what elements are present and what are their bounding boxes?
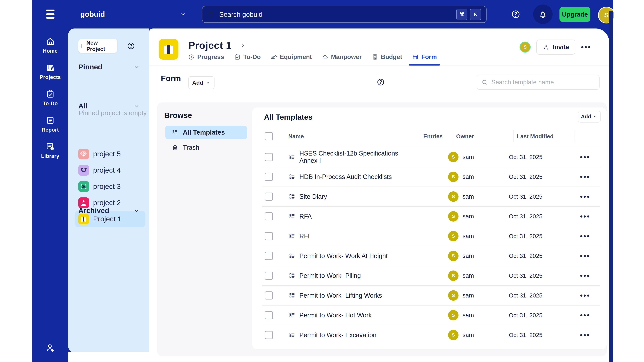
template-search-bar[interactable]: [477, 75, 600, 90]
sidebar-help-icon[interactable]: [126, 41, 135, 50]
row-checkbox[interactable]: [265, 232, 273, 240]
template-icon: [288, 232, 296, 240]
row-checkbox[interactable]: [265, 272, 273, 280]
row-checkbox[interactable]: [265, 311, 273, 319]
trash-icon: [172, 144, 178, 151]
row-menu-button[interactable]: •••: [580, 212, 590, 221]
sidebar-project-project-5[interactable]: project 5: [75, 146, 146, 162]
row-menu-button[interactable]: •••: [580, 331, 590, 339]
form-section-title: Form: [161, 74, 181, 83]
global-search-input[interactable]: [219, 10, 454, 18]
row-menu-button[interactable]: •••: [580, 252, 590, 260]
row-menu-button[interactable]: •••: [580, 272, 590, 280]
sidebar-project-project-3[interactable]: project 3: [75, 178, 146, 195]
template-name[interactable]: RFA: [299, 213, 312, 220]
template-name[interactable]: Permit to Work- Excavation: [299, 332, 376, 339]
browse-item-all-templates[interactable]: All Templates: [165, 126, 247, 139]
table-row[interactable]: RFI S sam Oct 31, 2025 •••: [262, 226, 600, 246]
panel-add-button[interactable]: Add: [578, 111, 600, 122]
tab-label: Budget: [381, 53, 402, 60]
sidebar-project-project-4[interactable]: project 4: [75, 162, 146, 178]
tab-equipment[interactable]: Equipment: [270, 53, 312, 65]
workspace-name[interactable]: gobuid: [80, 0, 105, 28]
template-name[interactable]: HDB In-Process Audit Checklists: [299, 173, 392, 180]
row-checkbox[interactable]: [265, 292, 273, 300]
template-icon: [288, 173, 296, 180]
column-header-name[interactable]: Name: [280, 130, 423, 142]
template-name[interactable]: Site Diary: [299, 193, 327, 200]
row-menu-button[interactable]: •••: [580, 232, 590, 240]
form-add-button[interactable]: Add: [188, 76, 214, 89]
all-templates-panel: All Templates Add Name Entries Owner Las…: [252, 107, 607, 349]
table-row[interactable]: Permit to Work- Piling S sam Oct 31, 202…: [262, 266, 600, 285]
pinned-section-header[interactable]: Pinned: [78, 63, 140, 71]
cmd-keycap: ⌘: [456, 9, 468, 20]
form-help-icon[interactable]: [376, 78, 385, 86]
chevron-right-icon[interactable]: [240, 42, 246, 48]
page-scrollbar[interactable]: [609, 11, 613, 362]
select-all-checkbox[interactable]: [265, 132, 273, 140]
row-checkbox[interactable]: [265, 331, 273, 339]
template-name[interactable]: Permit to Work- Lifting Works: [299, 292, 382, 299]
row-checkbox[interactable]: [265, 212, 273, 220]
tab-label: Progress: [197, 53, 224, 60]
tab-budget[interactable]: Budget: [372, 53, 402, 65]
rail-item-projects[interactable]: Projects: [32, 63, 68, 80]
row-checkbox[interactable]: [265, 193, 273, 201]
new-project-button[interactable]: New Project: [78, 39, 117, 53]
rail-item-library[interactable]: Library: [32, 142, 68, 159]
row-checkbox[interactable]: [265, 153, 273, 161]
row-menu-button[interactable]: •••: [580, 291, 590, 300]
row-menu-button[interactable]: •••: [580, 192, 590, 201]
tab-todo[interactable]: To-Do: [234, 53, 260, 65]
row-menu-button[interactable]: •••: [580, 173, 590, 181]
all-section-header[interactable]: All: [78, 102, 140, 110]
template-icon: [288, 193, 296, 200]
rail-item-report[interactable]: Report: [32, 115, 68, 133]
row-menu-button[interactable]: •••: [580, 311, 590, 320]
template-name[interactable]: Permit to Work- Piling: [299, 272, 361, 279]
tab-progress[interactable]: Progress: [188, 53, 224, 65]
workspace-chevron-down-icon[interactable]: [179, 0, 186, 28]
table-row[interactable]: Permit to Work- Excavation S sam Oct 31,…: [262, 325, 600, 345]
table-row[interactable]: RFA S sam Oct 31, 2025 •••: [262, 206, 600, 226]
chevron-down-icon: [133, 63, 140, 71]
hamburger-menu-icon[interactable]: [46, 9, 54, 18]
table-row[interactable]: Site Diary S sam Oct 31, 2025 •••: [262, 187, 600, 206]
invite-user-icon[interactable]: [32, 343, 68, 353]
row-checkbox[interactable]: [265, 173, 273, 181]
member-avatar[interactable]: S: [520, 41, 531, 53]
column-header-actions: [578, 130, 600, 142]
help-icon[interactable]: [511, 0, 521, 28]
upgrade-button[interactable]: Upgrade: [560, 7, 590, 22]
projects-icon: [46, 63, 55, 72]
notifications-bell-icon[interactable]: [533, 0, 552, 28]
template-name[interactable]: Permit to Work- Hot Work: [299, 312, 372, 319]
table-row[interactable]: Permit to Work- Lifting Works S sam Oct …: [262, 285, 600, 305]
search-icon: [208, 10, 215, 18]
table-row[interactable]: Permit to Work- Work At Height S sam Oct…: [262, 246, 600, 266]
table-row[interactable]: HDB In-Process Audit Checklists S sam Oc…: [262, 167, 600, 187]
template-name[interactable]: HSES Checklist-12b Specifications Annex …: [299, 150, 415, 164]
tab-form[interactable]: Form: [412, 53, 437, 65]
rail-item-todo[interactable]: To-Do: [32, 89, 68, 107]
archived-section-header[interactable]: Archived: [78, 206, 140, 215]
template-name[interactable]: Permit to Work- Work At Height: [299, 252, 388, 260]
template-icon: [172, 129, 178, 136]
invite-button[interactable]: Invite: [536, 39, 576, 55]
row-menu-button[interactable]: •••: [580, 153, 590, 161]
column-header-owner[interactable]: Owner: [456, 130, 517, 142]
header-more-menu-button[interactable]: •••: [581, 43, 591, 51]
global-search-bar[interactable]: ⌘ K: [202, 6, 486, 23]
template-search-input[interactable]: [491, 79, 595, 86]
tab-manpower[interactable]: Manpower: [322, 53, 362, 65]
row-checkbox[interactable]: [265, 252, 273, 260]
app-window: gobuid ⌘ K Upgrade S HomeProjectsTo-DoRe…: [32, 0, 613, 362]
template-name[interactable]: RFI: [299, 233, 310, 240]
table-row[interactable]: Permit to Work- Hot Work S sam Oct 31, 2…: [262, 305, 600, 325]
column-header-entries[interactable]: Entries: [423, 130, 456, 142]
column-header-last-modified[interactable]: Last Modified: [517, 130, 578, 142]
rail-item-home[interactable]: Home: [32, 36, 68, 54]
table-row[interactable]: HSES Checklist-12b Specifications Annex …: [262, 147, 600, 167]
browse-item-trash[interactable]: Trash: [165, 141, 247, 154]
